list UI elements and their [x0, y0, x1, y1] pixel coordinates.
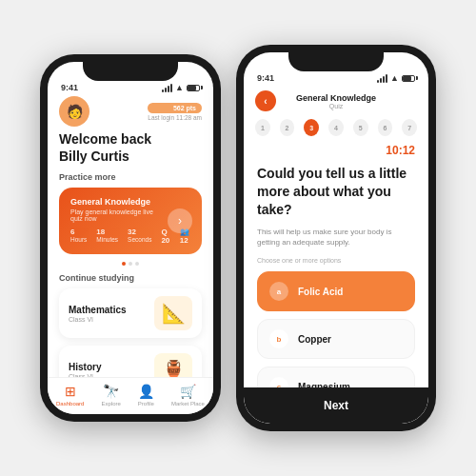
step-1[interactable]: 1 — [255, 119, 270, 136]
math-illustration: 📐 — [154, 296, 192, 330]
nav-marketplace[interactable]: 🛒 Market Place — [171, 384, 205, 407]
next-button[interactable]: Next — [244, 387, 428, 424]
wifi-icon-2: ▲ — [390, 73, 399, 83]
battery-icon — [187, 85, 200, 91]
profile-label: Profile — [138, 401, 154, 407]
option-a[interactable]: a Folic Acid — [257, 271, 415, 311]
math-card-info: Mathematics Class VI — [69, 305, 127, 323]
math-subtitle: Class VI — [69, 316, 127, 323]
explore-icon: 🔭 — [103, 384, 119, 399]
math-card[interactable]: Mathematics Class VI 📐 — [59, 288, 202, 338]
avatar: 🧑 — [59, 96, 89, 127]
marketplace-label: Market Place — [171, 401, 205, 407]
history-title: History — [69, 362, 101, 372]
bottom-nav: ⊞ Dashboard 🔭 Explore 👤 Profile 🛒 Market… — [48, 377, 213, 414]
phone-1: 9:41 ▲ 🧑 — [40, 54, 221, 422]
step-7[interactable]: 7 — [402, 119, 417, 136]
status-time-2: 9:41 — [257, 73, 274, 83]
question-block: Could you tell us a little more about wh… — [244, 161, 428, 424]
practice-label: Practice more — [59, 172, 202, 182]
phone-1-screen: 9:41 ▲ 🧑 — [48, 62, 213, 414]
step-5[interactable]: 5 — [353, 119, 368, 136]
phone-2-screen: 9:41 ▲ ‹ Gener — [244, 52, 428, 424]
status-icons-1: ▲ — [162, 83, 200, 92]
option-b[interactable]: b Copper — [257, 319, 415, 359]
notch-1 — [83, 62, 178, 81]
continue-label: Continue studying — [59, 273, 202, 283]
p1-header: 🧑 562 pts Last login 11:28 am — [59, 96, 202, 127]
profile-icon: 👤 — [138, 384, 154, 399]
gk-stat-seconds: 32Seconds — [128, 228, 151, 245]
quiz-timer: 10:12 — [244, 144, 428, 161]
quiz-subtitle: Quiz — [284, 103, 388, 109]
option-a-letter: a — [269, 282, 288, 301]
dot-3 — [135, 262, 139, 266]
signal-icon-2 — [377, 74, 387, 83]
gk-stat-q: Q 20 — [161, 228, 169, 245]
gk-card[interactable]: General Knowledge Play general knowledge… — [59, 188, 202, 254]
gk-stat-minutes: 18Minutes — [96, 228, 118, 245]
status-icons-2: ▲ — [377, 73, 415, 83]
choose-label: Choose one or more options — [257, 257, 415, 264]
battery-icon-2 — [402, 75, 415, 82]
option-b-text: Copper — [298, 334, 331, 345]
step-4[interactable]: 4 — [328, 119, 344, 136]
gk-arrow-btn[interactable]: › — [168, 208, 192, 233]
option-b-letter: b — [269, 329, 288, 348]
question-text: Could you tell us a little more about wh… — [257, 165, 415, 219]
dot-2 — [129, 262, 132, 266]
nav-dashboard[interactable]: ⊞ Dashboard — [56, 384, 84, 407]
marketplace-icon: 🛒 — [180, 384, 196, 399]
wifi-icon: ▲ — [175, 83, 184, 92]
card-dots — [59, 262, 202, 266]
gk-stat-hours: 6Hours — [70, 228, 87, 245]
explore-label: Explore — [101, 401, 120, 407]
status-time-1: 9:41 — [61, 83, 78, 92]
dashboard-label: Dashboard — [56, 401, 84, 407]
last-login: Last login 11:28 am — [148, 114, 202, 121]
step-3[interactable]: 3 — [304, 119, 319, 136]
phone-2: 9:41 ▲ ‹ Gener — [236, 45, 436, 431]
quiz-title: General Knowledge — [284, 93, 388, 103]
dot-1 — [122, 262, 126, 266]
signal-icon — [162, 84, 172, 92]
p2-title-block: General Knowledge Quiz — [284, 93, 388, 109]
nav-explore[interactable]: 🔭 Explore — [101, 384, 120, 407]
dashboard-icon: ⊞ — [65, 384, 76, 399]
step-indicators: 1 2 3 4 5 6 7 — [244, 119, 428, 144]
math-title: Mathematics — [69, 305, 127, 315]
step-6[interactable]: 6 — [378, 119, 393, 136]
notch-2 — [288, 52, 384, 71]
p2-header-bar: ‹ General Knowledge Quiz — [244, 87, 428, 119]
pts-badge: 562 pts — [148, 103, 202, 113]
step-2[interactable]: 2 — [280, 119, 295, 136]
welcome-text: Welcome back Billy Curtis — [59, 130, 202, 165]
question-hint: This will help us make sure your body is… — [257, 227, 415, 248]
gk-card-title: General Knowledge — [70, 197, 160, 207]
p1-main-content: 🧑 562 pts Last login 11:28 am Welcome ba… — [48, 96, 213, 410]
nav-profile[interactable]: 👤 Profile — [138, 384, 154, 407]
gk-card-subtitle: Play general knowledge live quiz now — [70, 208, 160, 222]
back-button[interactable]: ‹ — [255, 90, 276, 111]
option-a-text: Folic Acid — [298, 287, 343, 297]
